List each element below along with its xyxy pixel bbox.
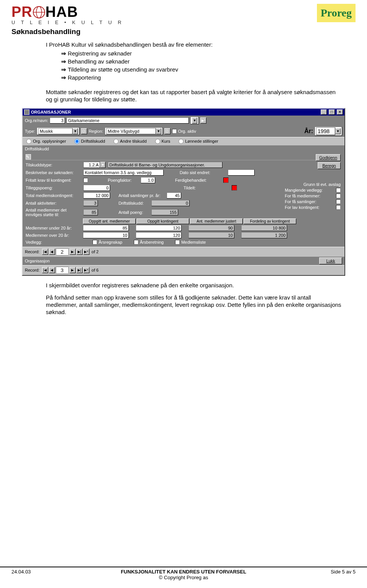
year-label: År: [304, 128, 313, 135]
fritatt-label: Fritatt krav til kontingent: [26, 178, 81, 182]
reason-label: Manglende vedlegg: [285, 188, 335, 192]
o20-justert [188, 232, 234, 238]
pencil-icon: ✎ [26, 154, 31, 160]
record-number[interactable] [56, 267, 69, 274]
beskrivelse-label: Beskrivelse av søknaden: [26, 170, 81, 175]
bullet-item: Registrering av søknader [61, 50, 356, 57]
akt-field [83, 200, 98, 206]
page-footer: 24.04.03 FUNKSJONALITET KAN ENDRES UTEN … [0, 567, 367, 580]
chevron-down-icon: ▼ [100, 162, 106, 168]
col-header: Oppgitt ant. medlemmer [83, 218, 136, 224]
nav-last[interactable]: ▶| [76, 267, 83, 273]
globe-icon [32, 6, 45, 19]
footer-copyright: © Copyright Proreg as [65, 575, 302, 580]
main-record-nav: Record: |◀ ◀ ▶ ▶| ▶* of 6 [23, 265, 344, 275]
tillegg-field[interactable] [83, 185, 110, 191]
app-window: ORGANISASJONER _ □ × Org.nr/navn: ▼ ▶* T… [22, 108, 345, 276]
reason-checkbox[interactable] [336, 205, 341, 210]
dato-field[interactable] [228, 169, 255, 176]
poengfaktor-field[interactable] [141, 177, 155, 183]
reason-checkbox[interactable] [336, 194, 341, 198]
reason-label: For lav kontingent: [285, 205, 335, 210]
att-arsberetning[interactable]: ✓ Årsberetning [134, 240, 164, 244]
paragraph: Mottatte søknader registreres og det kan… [46, 89, 336, 103]
orgnavn-dropdown[interactable]: ▼ [190, 117, 199, 124]
total-field[interactable] [83, 192, 110, 199]
nav-new[interactable]: ▶* [83, 267, 89, 273]
footer-warning: FUNKSJONALITET KAN ENDRES UTEN FORVARSEL [65, 569, 302, 575]
nav-prev[interactable]: ◀ [49, 267, 55, 273]
poeng-field [151, 209, 178, 215]
close-button[interactable]: × [337, 109, 343, 115]
tildelt-label: Tildelt: [184, 186, 229, 190]
logo-subtitle: U T L E I E • K U L T U R [11, 20, 124, 25]
type-lookup-button[interactable]: 🗋 [81, 128, 87, 134]
intro-block: I ProHAB Kultur vil søknadsbehandlingen … [46, 41, 356, 81]
reason-label: For få medlemmer: [285, 194, 335, 198]
tab-driftstilskudd[interactable]: Driftstilskudd [75, 139, 105, 144]
tab-row: Org. opplysninger Driftstilskudd Andre t… [23, 137, 344, 146]
orgnr-field[interactable] [50, 117, 65, 124]
orgaktiv-checkbox[interactable]: ✓ [172, 129, 177, 134]
organisasjon-label: Organisasjon [25, 259, 50, 263]
maximize-button[interactable]: □ [329, 109, 335, 115]
orgnr-label: Org.nr/navn: [25, 118, 48, 123]
u20-label: Medlemmer under 20 år: [26, 226, 83, 230]
nav-next[interactable]: ▶ [70, 267, 76, 273]
u20-kontingent[interactable] [136, 225, 182, 231]
proreg-logo: Proreg [317, 4, 356, 22]
bullet-item: Tildeling av støtte og utsending av svar… [61, 66, 356, 73]
tillegg-label: Tilleggspoeng: [26, 186, 81, 190]
reason-checkbox[interactable] [336, 188, 341, 192]
reason-heading: Grunn til evt. avslag [304, 182, 341, 187]
record-number[interactable] [56, 248, 69, 256]
o20-members[interactable] [83, 232, 129, 238]
u20-fordeling [241, 225, 287, 231]
footer-date: 24.04.03 [11, 569, 65, 580]
tab-kurs[interactable]: Kurs [155, 139, 171, 144]
drift-field [151, 200, 190, 206]
minimize-button[interactable]: _ [321, 109, 327, 115]
beskrivelse-field[interactable] [83, 169, 164, 176]
godkjenn-button[interactable]: Godkjenn [316, 154, 341, 161]
att-arsregnskap[interactable]: ✓ Årsregnskap [93, 240, 122, 244]
poengfaktor-label: Poengfaktor: [108, 178, 138, 182]
drift-label: Driftstilskudd: [119, 201, 149, 205]
o20-kontingent[interactable] [136, 232, 182, 238]
type-combo[interactable]: ▼ [37, 127, 80, 135]
u20-justert [188, 225, 234, 231]
year-combo[interactable]: ▼ [315, 127, 342, 136]
reason-checkbox[interactable] [336, 199, 341, 204]
samlinger-field[interactable] [167, 192, 181, 199]
region-combo[interactable]: ▼ [105, 127, 163, 135]
lukk-button[interactable]: Lukk [319, 257, 342, 264]
tilskuddstype-combo[interactable]: ▼ [83, 162, 106, 168]
region-lookup-button[interactable]: 🗋 [164, 128, 171, 134]
dato-label: Dato sist endret: [180, 170, 226, 175]
att-medlemsliste[interactable]: ✓ Medlemsliste [175, 240, 206, 244]
nav-prev[interactable]: ◀ [49, 249, 55, 255]
next-record-button[interactable]: ▶* [200, 117, 206, 124]
logo-text-hab: HAB [45, 4, 78, 20]
nav-first[interactable]: |◀ [42, 267, 48, 273]
tab-org-opplysninger[interactable]: Org. opplysninger [26, 139, 66, 144]
fritatt-checkbox[interactable] [83, 178, 88, 182]
beregn-button[interactable]: Beregn [318, 162, 341, 169]
orgaktiv-label: Org. aktiv [178, 129, 196, 134]
nav-last[interactable]: ▶| [76, 249, 83, 255]
u20-members[interactable] [83, 225, 129, 231]
samlinger-label: Antall samlinger pr. år: [119, 193, 164, 198]
orgnavn-field[interactable] [67, 117, 189, 124]
tilskuddstype-label: Tilskuddstype: [26, 163, 81, 167]
tab-andre-tilskudd[interactable]: Andre tilskudd [114, 139, 147, 144]
nav-first[interactable]: |◀ [42, 249, 48, 255]
reason-label: For få samlinger: [285, 199, 335, 204]
tildelt-indicator [232, 185, 237, 191]
window-buttons: _ □ × [320, 109, 343, 115]
nav-next[interactable]: ▶ [70, 249, 76, 255]
subform-header: Driftstilskudd [23, 146, 344, 152]
col-header: Fordeling av kontingent [244, 218, 296, 224]
form-icon [24, 109, 29, 115]
tab-lonnede-stillinger[interactable]: Lønnede stillinger [179, 139, 218, 144]
nav-new[interactable]: ▶* [83, 249, 89, 255]
